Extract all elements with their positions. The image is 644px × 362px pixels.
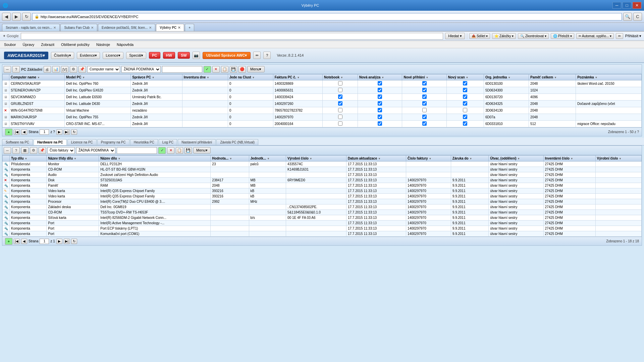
- lower-collapse-btn[interactable]: ─: [4, 147, 11, 154]
- sub-tab-licence-na-pc[interactable]: Licence na PC: [67, 139, 97, 145]
- menu-speciál[interactable]: Speciál▾: [126, 52, 146, 59]
- lower-table-row[interactable]: 🔩 Komponenta Video karta Intel(R) Q35 Ex…: [3, 194, 642, 199]
- lower-table-row[interactable]: 🔩 Komponenta Procesor Intel(R) Core(TM)2…: [3, 199, 642, 204]
- lower-table-row[interactable]: 🔩 Komponenta Audio Zvukové zařízení High…: [3, 172, 642, 178]
- menu-zobrazit[interactable]: Zobrazit: [40, 42, 56, 47]
- google-search-input[interactable]: [21, 33, 443, 40]
- menu-upravy[interactable]: Úpravy: [21, 42, 36, 47]
- lth-hodnota[interactable]: Hodnota... ▼: [211, 156, 249, 162]
- th-novy-scan[interactable]: Nový scan ▼: [446, 74, 484, 80]
- lower-table-row[interactable]: 🔩 Komponenta Port Komunikační port (COM1…: [3, 231, 642, 237]
- sub-tab-programy-na-pc[interactable]: Programy na PC: [97, 139, 129, 145]
- btn-hw[interactable]: HW: [163, 52, 175, 59]
- th-computer-name[interactable]: Computer name ▼: [9, 74, 65, 80]
- cell-notebook[interactable]: [323, 114, 358, 121]
- cell-notebook[interactable]: [323, 94, 358, 101]
- sub-tab-software-na-pc[interactable]: Software na PC: [2, 139, 33, 145]
- menu-oblibene[interactable]: Oblíbené položky: [60, 42, 91, 47]
- th-pamet[interactable]: Paměť celkem ▼: [529, 74, 576, 80]
- lower-help-btn[interactable]: ?: [12, 147, 20, 154]
- lower-last-page[interactable]: ▶|: [64, 239, 70, 244]
- upper-table-row[interactable]: 🖥 SEVCIKMNMZO Dell Inc. Latitude E6500 U…: [3, 94, 642, 101]
- lth-cislo-fakt[interactable]: Číslo faktury ▼: [406, 156, 451, 162]
- close-button[interactable]: ✕: [633, 2, 641, 9]
- upper-table-row[interactable]: 🖥 MARIKOVAJRSP Dell Inc. OptiPlex 755 Ze…: [3, 114, 642, 121]
- lth-datum[interactable]: Datum aktualizace ▼: [346, 156, 406, 162]
- cell-nova-analyza[interactable]: [358, 94, 402, 101]
- lower-add-row-btn[interactable]: +: [5, 238, 12, 245]
- cell-notebook[interactable]: [323, 107, 358, 114]
- upper-table-row[interactable]: 🖥 GRUBLZNDST Dell Inc. Latitude D630 Zed…: [3, 101, 642, 107]
- lower-table-row[interactable]: 🔩 Komponenta CD-ROM HL-DT-ST BD-RE GBW-H…: [3, 167, 642, 172]
- tab-new[interactable]: +: [185, 24, 194, 31]
- upper-filter-ok-btn[interactable]: ✓: [204, 66, 211, 73]
- sub-tab-heuristika-pc[interactable]: Heuristika PC: [130, 139, 158, 145]
- lth-vyr-cislo2[interactable]: Výrobní číslo ▼: [595, 156, 641, 162]
- cell-nova-analyza[interactable]: [358, 101, 402, 107]
- upper-filter-input[interactable]: [162, 66, 202, 73]
- lower-filter-condition-select[interactable]: ŽÁDNÁ PODMÍNKA: [76, 147, 115, 154]
- cell-notebook[interactable]: [323, 87, 358, 94]
- address-bar[interactable]: 🔒 http://awcaesar.eu/AWCaesar2015/EVIDEN…: [32, 13, 622, 20]
- tab-evidence[interactable]: Evidence počítačů, SW, licen... ✕: [98, 24, 155, 31]
- btn-pc[interactable]: PC: [149, 52, 160, 59]
- upper-pin-btn[interactable]: 📌: [78, 66, 86, 73]
- btn-sw[interactable]: SW: [178, 52, 190, 59]
- refresh-cert[interactable]: C: [633, 13, 642, 21]
- lower-pin-btn[interactable]: 📌: [39, 147, 46, 154]
- sub-tab-hardware-na-pc[interactable]: Hardware na PC: [34, 139, 67, 145]
- th-clust[interactable]: Jede na Clust ▼: [228, 74, 273, 80]
- menu-napoveda[interactable]: Nápověda: [115, 42, 135, 47]
- cell-novy-scan[interactable]: [446, 114, 484, 121]
- minimize-button[interactable]: ─: [612, 2, 621, 9]
- cell-nova-analyza[interactable]: [358, 121, 402, 127]
- cell-nova-analyza[interactable]: [358, 87, 402, 94]
- menu-evidence[interactable]: Evidence▾: [77, 52, 100, 59]
- lower-save-btn[interactable]: 💾: [184, 147, 192, 154]
- cell-novy-scan[interactable]: [446, 121, 484, 127]
- lower-table-row[interactable]: 🔩 Komponenta Základní deska Dell Inc. 0G…: [3, 204, 642, 210]
- pencil-button[interactable]: ✏: [616, 33, 623, 39]
- cell-nove-prihlani[interactable]: [402, 114, 446, 121]
- cell-nove-prihlani[interactable]: [402, 107, 446, 114]
- upper-save-btn[interactable]: 💾: [230, 66, 237, 73]
- th-nove-prihlani[interactable]: Nové přihlání ▼: [402, 74, 446, 80]
- lower-page-input[interactable]: [40, 239, 49, 244]
- lower-table-row[interactable]: 🔩 Komponenta Síťová karta Intel(R) 82566…: [3, 215, 642, 221]
- cell-novy-scan[interactable]: [446, 94, 484, 101]
- tab-seznam[interactable]: Seznam - najdu tam, co nezn... ✕: [2, 24, 60, 31]
- login-button[interactable]: Přihlásit ▾: [625, 34, 641, 38]
- menu-soubor[interactable]: Soubor: [3, 42, 17, 47]
- sub-tab-log-pc[interactable]: Log PC: [159, 139, 177, 145]
- cell-nova-analyza[interactable]: [358, 114, 402, 121]
- lth-utvar[interactable]: Útvar, (oddělení) ▼: [489, 156, 543, 162]
- upper-filter-field-select[interactable]: Computer name: [87, 66, 120, 73]
- btn-user[interactable]: Uživatel Správce AWC▾: [203, 52, 251, 59]
- upper-export-btn[interactable]: 📊: [52, 66, 60, 73]
- lth-zaruka[interactable]: Záruka do ▼: [451, 156, 488, 162]
- tab-close-icon[interactable]: ✕: [53, 26, 56, 29]
- lower-grid-scroll[interactable]: Typ dílu ▼ Název třídy dílu ▼ Název dílu…: [2, 155, 642, 237]
- tab-close-icon[interactable]: ✕: [149, 26, 152, 29]
- th-nova-analyza[interactable]: Nová analýza ▼: [358, 74, 402, 80]
- lower-table-row[interactable]: 🔩 Komponenta CD-ROM TSSTcorp DVD+-RW TS-…: [3, 210, 642, 215]
- edit-icon-btn[interactable]: ✏: [253, 52, 261, 59]
- app-logo[interactable]: AWCAESAR2015▾: [4, 52, 48, 59]
- cell-nove-prihlani[interactable]: [402, 121, 446, 127]
- upper-page-input[interactable]: [40, 129, 49, 135]
- th-model-pc[interactable]: Model PC ▼: [64, 74, 130, 80]
- maximize-button[interactable]: □: [623, 2, 631, 9]
- th-org[interactable]: Org. jednotka ▼: [484, 74, 529, 80]
- upper-next-page[interactable]: ▶: [56, 129, 62, 135]
- lower-next-page[interactable]: ▶: [56, 239, 62, 244]
- lower-table-row[interactable]: 🔩 Komponenta Port Port ECP tiskárny (LPT…: [3, 226, 642, 231]
- scan-icon-btn[interactable]: 📷: [193, 52, 200, 59]
- upper-first-page[interactable]: |◀: [14, 129, 20, 135]
- upper-collapse-btn[interactable]: ─: [4, 66, 11, 73]
- sub-tab-nastavení-přihlávání[interactable]: Nastavení přihlávání: [178, 139, 216, 145]
- upper-filter-condition-select[interactable]: ŽÁDNÁ PODMÍNKA: [121, 66, 161, 73]
- cell-novy-scan[interactable]: [446, 87, 484, 94]
- menu-císelníky[interactable]: Číselníky▾: [51, 52, 74, 59]
- sdílet-button[interactable]: 📤 Sdílet ▾: [469, 33, 490, 39]
- lower-first-page[interactable]: |◀: [14, 239, 20, 244]
